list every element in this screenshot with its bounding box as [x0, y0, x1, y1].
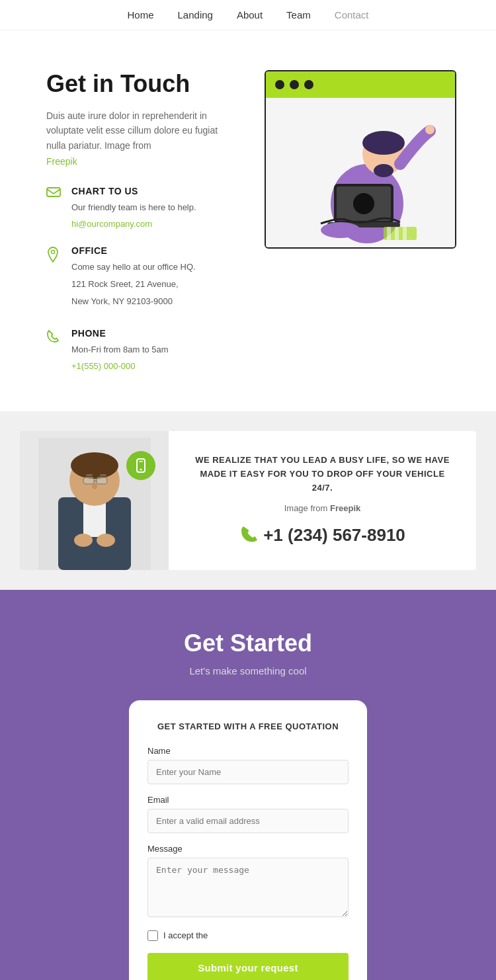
- svg-rect-15: [403, 227, 407, 240]
- get-started-section: Get Started Let's make something cool GE…: [0, 590, 496, 980]
- chat-info: CHART TO US Our friendly team is here to…: [71, 186, 196, 229]
- form-card: GET STARTED WITH A FREE QUOTATION Name E…: [129, 700, 367, 980]
- get-started-subtitle: Let's make something cool: [26, 665, 470, 676]
- contact-item-office: OFFICE Come say hello at our office HQ. …: [46, 245, 238, 311]
- banner-section: WE REALIZE THAT YOU LEAD A BUSY LIFE, SO…: [0, 411, 496, 590]
- browser-dot-2: [290, 80, 299, 89]
- banner-phone-text: +1 (234) 567-8910: [263, 525, 405, 546]
- banner-inner: WE REALIZE THAT YOU LEAD A BUSY LIFE, SO…: [20, 431, 476, 570]
- banner-photo: [20, 431, 169, 570]
- chat-icon: [46, 187, 62, 202]
- message-label: Message: [147, 844, 349, 854]
- get-started-title: Get Started: [26, 630, 470, 657]
- phone-icon: [46, 329, 62, 347]
- office-info: OFFICE Come say hello at our office HQ. …: [71, 245, 196, 311]
- checkbox-label: I accept the: [163, 930, 208, 940]
- nav-about[interactable]: About: [237, 9, 263, 20]
- phone-link[interactable]: +1(555) 000-000: [71, 361, 136, 371]
- svg-rect-22: [100, 474, 106, 476]
- banner-freepik: Freepik: [330, 503, 360, 513]
- svg-point-5: [374, 164, 393, 177]
- svg-rect-23: [83, 477, 94, 484]
- browser-dot-3: [304, 80, 313, 89]
- browser-bar: [266, 71, 455, 98]
- svg-point-4: [362, 131, 405, 155]
- phone-heading: PHONE: [71, 328, 169, 339]
- checkbox-row: I accept the: [147, 930, 349, 941]
- chat-link[interactable]: hi@ourcompany.com: [71, 219, 152, 229]
- chat-heading: CHART TO US: [71, 186, 196, 196]
- name-label: Name: [147, 746, 349, 756]
- browser-body: [266, 98, 455, 249]
- svg-rect-31: [139, 461, 143, 462]
- svg-point-26: [92, 483, 97, 489]
- submit-button[interactable]: Submit your request: [147, 953, 349, 980]
- office-icon: [46, 247, 62, 266]
- contact-left: Get in Touch Duis aute irure dolor in re…: [46, 70, 238, 372]
- browser-dot-1: [275, 80, 284, 89]
- contact-item-chat: CHART TO US Our friendly team is here to…: [46, 186, 238, 229]
- name-group: Name: [147, 746, 349, 784]
- contact-illustration: [265, 70, 456, 372]
- svg-point-9: [353, 193, 374, 214]
- office-line3: New York, NY 92103-9000: [71, 294, 196, 309]
- svg-point-28: [97, 534, 115, 547]
- svg-point-11: [321, 222, 360, 238]
- name-input[interactable]: [147, 760, 349, 784]
- contact-item-phone: PHONE Mon-Fri from 8am to 5am +1(555) 00…: [46, 328, 238, 372]
- banner-phone-number: +1 (234) 567-8910: [195, 524, 450, 547]
- nav-landing[interactable]: Landing: [178, 9, 213, 20]
- accept-checkbox[interactable]: [147, 930, 158, 941]
- office-line2: 121 Rock Sreet, 21 Avenue,: [71, 277, 196, 292]
- nav-team[interactable]: Team: [286, 9, 311, 20]
- banner-main-text: WE REALIZE THAT YOU LEAD A BUSY LIFE, SO…: [195, 454, 450, 495]
- svg-rect-14: [395, 227, 399, 240]
- svg-point-20: [71, 452, 118, 479]
- nav-home[interactable]: Home: [128, 9, 154, 20]
- email-label: Email: [147, 795, 349, 805]
- email-input[interactable]: [147, 809, 349, 833]
- phone-text: Mon-Fri from 8am to 5am: [71, 343, 169, 357]
- office-heading: OFFICE: [71, 245, 196, 256]
- office-line1: Come say hello at our office HQ.: [71, 260, 196, 274]
- contact-items: CHART TO US Our friendly team is here to…: [46, 186, 238, 371]
- person-illustration: [281, 104, 440, 243]
- svg-point-27: [74, 534, 93, 547]
- banner-phone-icon: [239, 524, 258, 547]
- page-title: Get in Touch: [46, 70, 238, 98]
- svg-rect-21: [86, 474, 93, 476]
- navigation: Home Landing About Team Contact: [0, 0, 496, 30]
- chat-text: Our friendly team is here to help.: [71, 200, 196, 215]
- message-group: Message: [147, 844, 349, 920]
- svg-rect-13: [387, 227, 391, 240]
- svg-point-30: [140, 468, 142, 470]
- email-group: Email: [147, 795, 349, 833]
- browser-mockup: [265, 70, 456, 249]
- svg-point-1: [52, 251, 55, 254]
- phone-info: PHONE Mon-Fri from 8am to 5am +1(555) 00…: [71, 328, 169, 372]
- banner-text: WE REALIZE THAT YOU LEAD A BUSY LIFE, SO…: [169, 434, 476, 566]
- banner-sub-text: Image from Freepik: [195, 503, 450, 513]
- form-heading: GET STARTED WITH A FREE QUOTATION: [147, 721, 349, 731]
- nav-contact[interactable]: Contact: [335, 9, 369, 20]
- svg-rect-24: [97, 477, 107, 484]
- freepik-link[interactable]: Freepik: [46, 156, 77, 167]
- contact-description: Duis aute irure dolor in reprehenderit i…: [46, 108, 238, 153]
- svg-rect-0: [47, 188, 60, 196]
- message-input[interactable]: [147, 858, 349, 917]
- phone-badge-icon: [126, 451, 155, 480]
- contact-section: Get in Touch Duis aute irure dolor in re…: [0, 30, 496, 411]
- svg-point-6: [425, 125, 434, 134]
